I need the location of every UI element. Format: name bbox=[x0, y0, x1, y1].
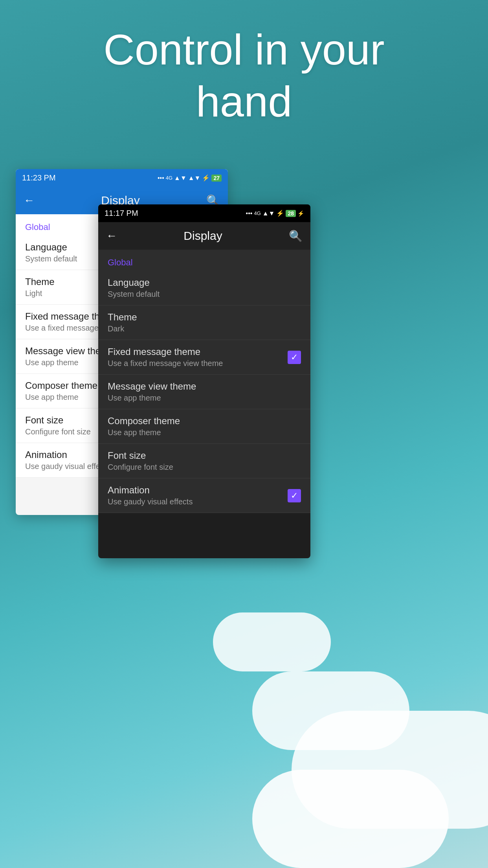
toolbar-dark: ← Display 🔍 bbox=[98, 222, 310, 250]
setting-language-title-light: Language bbox=[25, 242, 77, 253]
setting-fontsize-dark[interactable]: Font size Configure font size bbox=[98, 444, 310, 478]
setting-theme-dark[interactable]: Theme Dark bbox=[98, 305, 310, 340]
search-icon-dark[interactable]: 🔍 bbox=[289, 230, 303, 243]
time-dark: 11:17 PM bbox=[105, 209, 138, 218]
setting-language-title-dark: Language bbox=[108, 277, 160, 288]
setting-theme-subtitle-light: Light bbox=[25, 289, 55, 298]
setting-msgview-title-light: Message view the... bbox=[25, 346, 108, 357]
setting-fontsize-title-dark: Font size bbox=[108, 450, 173, 461]
status-bar-light: 11:23 PM ••• 4G ▲▼ ▲▼ ⚡ 27 bbox=[16, 169, 228, 187]
setting-animation-subtitle-dark: Use gaudy visual effects bbox=[108, 497, 288, 506]
battery-light: 27 bbox=[211, 175, 222, 182]
setting-msgview-title-dark: Message view theme bbox=[108, 381, 196, 392]
time-light: 11:23 PM bbox=[22, 173, 56, 182]
setting-theme-title-dark: Theme bbox=[108, 312, 137, 323]
status-bar-dark: 11:17 PM ••• 4G ▲▼ ⚡ 28 ⚡ bbox=[98, 204, 310, 222]
setting-fixed-dark[interactable]: Fixed message theme Use a fixed message … bbox=[98, 340, 310, 375]
setting-fixed-subtitle-dark: Use a fixed message view theme bbox=[108, 359, 288, 368]
cloud-2 bbox=[252, 671, 409, 750]
back-button-light[interactable]: ← bbox=[24, 194, 35, 207]
setting-animation-title-dark: Animation bbox=[108, 485, 288, 496]
setting-fontsize-subtitle-dark: Configure font size bbox=[108, 463, 173, 472]
cloud-4 bbox=[252, 770, 449, 868]
setting-composer-subtitle-dark: Use app theme bbox=[108, 428, 180, 437]
status-icons-dark: ••• 4G ▲▼ ⚡ 28 ⚡ bbox=[246, 210, 304, 217]
setting-msgview-dark[interactable]: Message view theme Use app theme bbox=[98, 375, 310, 409]
setting-composer-dark[interactable]: Composer theme Use app theme bbox=[98, 409, 310, 444]
setting-composer-title-light: Composer theme bbox=[25, 380, 97, 391]
status-icons-light: ••• 4G ▲▼ ▲▼ ⚡ 27 bbox=[158, 174, 222, 182]
fixed-message-checkbox[interactable]: ✓ bbox=[288, 351, 301, 364]
setting-fontsize-subtitle-light: Configure font size bbox=[25, 427, 91, 436]
hero-line2: hand bbox=[0, 75, 488, 127]
cloud-3 bbox=[213, 612, 331, 671]
phone-dark: 11:17 PM ••• 4G ▲▼ ⚡ 28 ⚡ ← Display 🔍 Gl… bbox=[98, 204, 310, 558]
back-button-dark[interactable]: ← bbox=[106, 230, 117, 242]
setting-theme-subtitle-dark: Dark bbox=[108, 324, 137, 333]
section-global-dark: Global bbox=[98, 250, 310, 271]
setting-msgview-subtitle-light: Use app theme bbox=[25, 358, 108, 367]
setting-composer-title-dark: Composer theme bbox=[108, 416, 180, 427]
toolbar-title-dark: Display bbox=[117, 229, 289, 243]
setting-fixed-title-dark: Fixed message theme bbox=[108, 346, 288, 357]
setting-language-subtitle-dark: System default bbox=[108, 290, 160, 299]
clouds-decoration bbox=[0, 514, 488, 868]
setting-language-dark[interactable]: Language System default bbox=[98, 271, 310, 305]
setting-composer-subtitle-light: Use app theme bbox=[25, 393, 97, 402]
setting-msgview-subtitle-dark: Use app theme bbox=[108, 394, 196, 403]
hero-text: Control in your hand bbox=[0, 24, 488, 127]
settings-list-dark: Global Language System default Theme Dar… bbox=[98, 250, 310, 513]
setting-animation-title-light: Animation bbox=[25, 449, 107, 460]
animation-checkbox[interactable]: ✓ bbox=[288, 489, 301, 502]
setting-animation-subtitle-light: Use gaudy visual effe... bbox=[25, 462, 107, 471]
setting-language-subtitle-light: System default bbox=[25, 254, 77, 263]
setting-animation-dark[interactable]: Animation Use gaudy visual effects ✓ bbox=[98, 478, 310, 513]
battery-dark: 28 bbox=[286, 210, 296, 217]
setting-fontsize-title-light: Font size bbox=[25, 415, 91, 426]
hero-line1: Control in your bbox=[0, 24, 488, 75]
setting-theme-title-light: Theme bbox=[25, 276, 55, 287]
